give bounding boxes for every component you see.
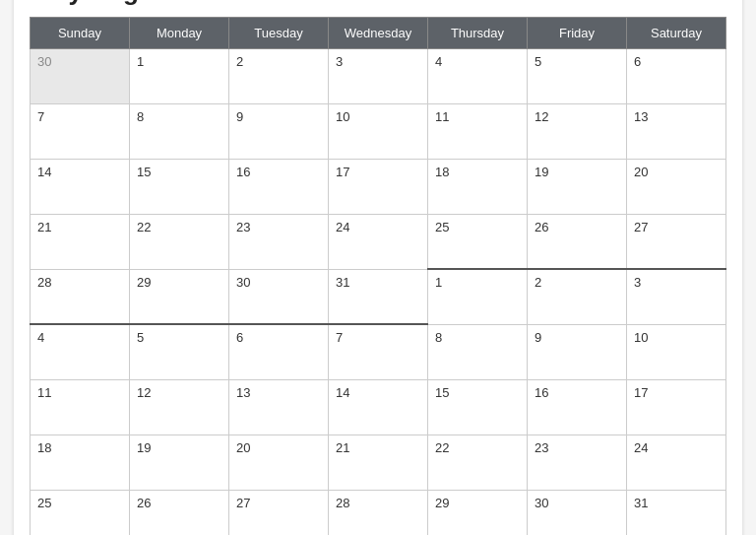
calendar-cell: 22: [428, 435, 528, 490]
calendar-cell: 9: [229, 103, 329, 159]
calendar-cell: 16: [528, 379, 627, 435]
calendar-cell: 27: [627, 214, 726, 269]
calendar-cell: 25: [31, 490, 130, 535]
calendar-cell: 3: [329, 48, 428, 103]
calendar-cell: 24: [627, 435, 726, 490]
header-day-wednesday: Wednesday: [329, 17, 428, 48]
calendar-cell: 8: [428, 324, 528, 379]
calendar-cell: 8: [130, 103, 229, 159]
calendar-cell: 3: [627, 269, 726, 324]
calendar-cell: 4: [31, 324, 130, 379]
header-day-tuesday: Tuesday: [229, 17, 329, 48]
calendar-cell: 9: [528, 324, 627, 379]
calendar-cell: 23: [229, 214, 329, 269]
week-row-3: 21222324252627: [31, 214, 726, 269]
calendar-cell: 18: [428, 159, 528, 214]
calendar-cell: 13: [627, 103, 726, 159]
calendar-body: 3012345678910111213141516171819202122232…: [31, 48, 726, 535]
calendar-cell: 4: [428, 48, 528, 103]
calendar-cell: 10: [627, 324, 726, 379]
calendar-cell: 30: [229, 269, 329, 324]
calendar-cell: 29: [130, 269, 229, 324]
calendar-cell: 17: [329, 159, 428, 214]
calendar-cell: 30: [528, 490, 627, 535]
calendar-cell: 7: [31, 103, 130, 159]
calendar-cell: 16: [229, 159, 329, 214]
calendar-cell: 12: [130, 379, 229, 435]
calendar-cell: 24: [329, 214, 428, 269]
calendar-cell: 20: [229, 435, 329, 490]
calendar-cell: 29: [428, 490, 528, 535]
calendar-cell: 31: [329, 269, 428, 324]
calendar-title: July August 2024: [30, 0, 726, 7]
calendar-cell: 31: [627, 490, 726, 535]
header-row: SundayMondayTuesdayWednesdayThursdayFrid…: [31, 17, 726, 48]
week-row-6: 11121314151617: [31, 379, 726, 435]
calendar-cell: 21: [329, 435, 428, 490]
week-row-5: 45678910: [31, 324, 726, 379]
calendar-cell: 20: [627, 159, 726, 214]
week-row-8: 25262728293031: [31, 490, 726, 535]
calendar-cell: 6: [627, 48, 726, 103]
calendar-cell: 6: [229, 324, 329, 379]
calendar-table: SundayMondayTuesdayWednesdayThursdayFrid…: [30, 17, 726, 536]
header-day-sunday: Sunday: [31, 17, 130, 48]
calendar-container: July August 2024 SundayMondayTuesdayWedn…: [14, 0, 742, 535]
week-row-2: 14151617181920: [31, 159, 726, 214]
calendar-cell: 23: [528, 435, 627, 490]
calendar-cell: 7: [329, 324, 428, 379]
calendar-cell: 19: [130, 435, 229, 490]
week-row-1: 78910111213: [31, 103, 726, 159]
calendar-cell: 25: [428, 214, 528, 269]
calendar-cell: 11: [31, 379, 130, 435]
calendar-cell: 2: [528, 269, 627, 324]
calendar-cell: 5: [130, 324, 229, 379]
calendar-cell: 11: [428, 103, 528, 159]
calendar-cell: 14: [329, 379, 428, 435]
header-day-friday: Friday: [528, 17, 627, 48]
calendar-cell: 21: [31, 214, 130, 269]
calendar-cell: 14: [31, 159, 130, 214]
week-row-7: 18192021222324: [31, 435, 726, 490]
calendar-cell: 2: [229, 48, 329, 103]
calendar-cell: 26: [130, 490, 229, 535]
calendar-cell: 15: [428, 379, 528, 435]
calendar-cell: 12: [528, 103, 627, 159]
calendar-cell: 17: [627, 379, 726, 435]
calendar-cell: 28: [329, 490, 428, 535]
header-day-monday: Monday: [130, 17, 229, 48]
calendar-cell: 19: [528, 159, 627, 214]
calendar-cell: 28: [31, 269, 130, 324]
calendar-cell: 5: [528, 48, 627, 103]
calendar-cell: 10: [329, 103, 428, 159]
calendar-header: SundayMondayTuesdayWednesdayThursdayFrid…: [31, 17, 726, 48]
calendar-cell: 22: [130, 214, 229, 269]
calendar-cell: 30: [31, 48, 130, 103]
week-row-0: 30123456: [31, 48, 726, 103]
week-row-4: 28293031123: [31, 269, 726, 324]
calendar-cell: 27: [229, 490, 329, 535]
calendar-cell: 18: [31, 435, 130, 490]
calendar-cell: 26: [528, 214, 627, 269]
header-day-saturday: Saturday: [627, 17, 726, 48]
calendar-cell: 1: [130, 48, 229, 103]
calendar-cell: 13: [229, 379, 329, 435]
calendar-cell: 1: [428, 269, 528, 324]
header-day-thursday: Thursday: [428, 17, 528, 48]
calendar-cell: 15: [130, 159, 229, 214]
